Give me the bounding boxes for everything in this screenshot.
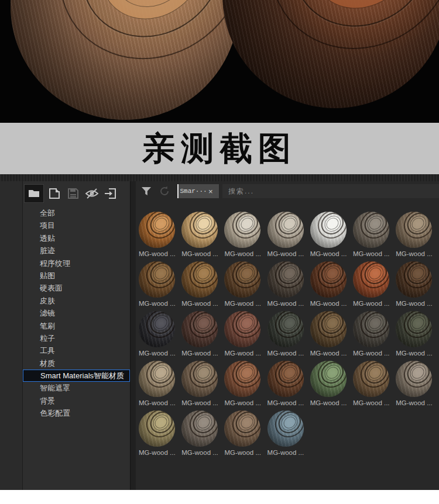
material-tile[interactable]: MG-wood ...	[224, 311, 267, 361]
material-label: MG-wood ...	[139, 449, 181, 456]
material-tile[interactable]: MG-wood ...	[267, 410, 310, 460]
material-tile[interactable]: MG-wood ...	[310, 311, 353, 361]
sphere-shade	[139, 261, 175, 298]
sphere-shade	[310, 311, 347, 347]
material-tile[interactable]: MG-wood ...	[181, 261, 224, 311]
sphere-shade	[396, 311, 432, 347]
material-tile[interactable]: MG-wood ...	[181, 212, 224, 261]
material-tile[interactable]: MG-wood ...	[267, 212, 310, 261]
material-label: MG-wood ...	[139, 399, 181, 406]
material-tile[interactable]: MG-wood ...	[267, 261, 310, 311]
material-label: MG-wood ...	[310, 250, 353, 257]
material-tile[interactable]: MG-wood ...	[139, 261, 181, 311]
material-tile[interactable]: MG-wood ...	[267, 361, 310, 410]
material-label: MG-wood ...	[181, 449, 224, 456]
material-tile[interactable]: MG-wood ...	[353, 261, 396, 311]
material-thumbnail-sphere	[396, 212, 432, 248]
material-tile[interactable]: MG-wood ...	[310, 261, 353, 311]
eye-off-icon[interactable]	[84, 185, 100, 202]
material-thumbnail-sphere	[353, 212, 389, 248]
material-tile[interactable]: MG-wood ...	[224, 410, 267, 460]
sidebar-item-5[interactable]: 程序纹理	[23, 257, 130, 270]
sphere-shade	[181, 212, 218, 248]
sphere-shade	[396, 261, 432, 298]
material-tile[interactable]: MG-wood ...	[353, 311, 396, 361]
sphere-shade	[310, 261, 347, 298]
sidebar-item-14[interactable]: Smart Materials智能材质	[23, 370, 130, 382]
material-tile[interactable]: MG-wood ...	[310, 361, 353, 410]
sidebar-item-2[interactable]: 项目	[23, 219, 130, 232]
sidebar-item-10[interactable]: 笔刷	[23, 320, 130, 332]
material-tile[interactable]: MG-wood ...	[224, 212, 267, 261]
sphere-shade	[11, 0, 239, 120]
material-label: MG-wood ...	[267, 399, 310, 406]
sidebar-item-7[interactable]: 硬表面	[23, 282, 130, 294]
material-thumbnail-sphere	[310, 212, 347, 248]
window-top-band	[0, 174, 439, 181]
material-label: MG-wood ...	[224, 250, 267, 257]
material-tile[interactable]: MG-wood ...	[139, 212, 181, 261]
material-label: MG-wood ...	[396, 300, 438, 307]
sidebar-item-13[interactable]: 材质	[23, 357, 130, 370]
material-label: MG-wood ...	[139, 300, 181, 307]
material-tile[interactable]: MG-wood ...	[181, 361, 224, 410]
material-tile[interactable]: MG-wood ...	[181, 410, 224, 460]
sidebar-toolbar	[24, 184, 119, 203]
material-thumbnail-sphere	[139, 212, 175, 248]
material-thumbnail-sphere	[224, 311, 260, 347]
sidebar-item-9[interactable]: 滤镜	[23, 307, 130, 319]
sidebar-item-4[interactable]: 脏迹	[23, 244, 130, 257]
sidebar-item-17[interactable]: 色彩配置	[23, 407, 130, 419]
material-tile[interactable]: MG-wood ...	[181, 311, 224, 361]
material-thumbnail-sphere	[267, 361, 304, 397]
new-file-icon[interactable]	[46, 185, 63, 202]
material-thumbnail-sphere	[396, 361, 432, 397]
weathered-wood-sphere	[11, 0, 239, 120]
material-label: MG-wood ...	[310, 350, 353, 357]
sidebar-item-6[interactable]: 贴图	[23, 270, 130, 282]
sidebar-item-1[interactable]: 全部	[23, 207, 130, 219]
material-tile[interactable]: MG-wood ...	[139, 311, 181, 361]
sidebar-item-15[interactable]: 智能遮罩	[23, 382, 130, 394]
material-thumbnail-sphere	[396, 261, 432, 298]
material-tile[interactable]: MG-wood ...	[224, 361, 267, 410]
sidebar-item-16[interactable]: 背景	[23, 395, 130, 407]
sphere-shade	[139, 212, 175, 248]
sphere-shade	[224, 361, 260, 397]
sphere-shade	[224, 311, 260, 347]
material-tile[interactable]: MG-wood ...	[396, 261, 438, 311]
save-icon[interactable]	[65, 185, 81, 202]
refresh-icon[interactable]	[158, 184, 172, 198]
material-tile[interactable]: MG-wood ...	[396, 311, 438, 361]
material-thumbnail-sphere	[139, 361, 175, 397]
material-tile[interactable]: MG-wood ...	[353, 361, 396, 410]
material-tile[interactable]: MG-wood ...	[396, 361, 438, 410]
filter-icon[interactable]	[139, 184, 153, 198]
material-tile[interactable]: MG-wood ...	[224, 261, 267, 311]
sphere-shade	[181, 311, 218, 347]
sphere-shade	[139, 311, 175, 347]
material-tile[interactable]: MG-wood ...	[310, 212, 353, 261]
material-tile[interactable]: MG-wood ...	[267, 311, 310, 361]
category-list: 全部项目透贴脏迹程序纹理贴图硬表面皮肤滤镜笔刷粒子工具材质Smart Mater…	[23, 207, 130, 420]
sphere-shade	[181, 361, 218, 397]
chip-close-icon[interactable]: ×	[208, 187, 219, 196]
sidebar-item-11[interactable]: 粒子	[23, 332, 130, 344]
folder-icon[interactable]	[24, 184, 44, 203]
active-filter-chip[interactable]: Smar··· ×	[177, 184, 219, 198]
material-tile[interactable]: MG-wood ...	[396, 212, 438, 261]
sidebar-item-3[interactable]: 透贴	[23, 232, 130, 244]
sidebar-item-12[interactable]: 工具	[23, 344, 130, 357]
material-tile[interactable]: MG-wood ...	[139, 410, 181, 460]
sphere-shade	[224, 410, 260, 447]
sphere-shade	[267, 361, 304, 397]
import-icon[interactable]	[102, 185, 119, 202]
material-tile[interactable]: MG-wood ...	[139, 361, 181, 410]
material-thumbnail-sphere	[139, 311, 175, 347]
material-tile[interactable]: MG-wood ...	[353, 212, 396, 261]
search-input[interactable]	[222, 184, 439, 198]
dark-scratched-wood-sphere	[222, 0, 439, 108]
material-label: MG-wood ...	[267, 300, 310, 307]
material-label: MG-wood ...	[353, 350, 396, 357]
sidebar-item-8[interactable]: 皮肤	[23, 295, 130, 307]
